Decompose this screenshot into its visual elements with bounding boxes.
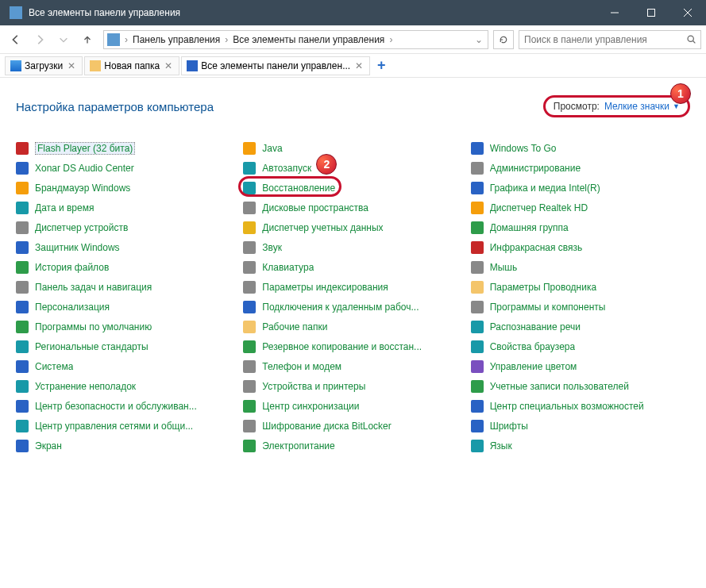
control-panel-item[interactable]: Параметры индексирования xyxy=(243,277,462,297)
item-link[interactable]: Резервное копирование и восстан... xyxy=(262,341,422,352)
item-link[interactable]: Телефон и модем xyxy=(262,361,341,372)
control-panel-item[interactable]: Дисковые пространства xyxy=(243,198,462,217)
item-link[interactable]: Электропитание xyxy=(262,440,334,452)
item-link[interactable]: Диспетчер учетных данных xyxy=(262,222,383,233)
control-panel-item[interactable]: Диспетчер Realtek HD xyxy=(471,198,690,217)
chevron-down-icon[interactable]: ⌄ xyxy=(470,34,488,45)
control-panel-item[interactable]: Экран xyxy=(16,436,235,455)
control-panel-item[interactable]: Java xyxy=(243,138,462,158)
control-panel-item[interactable]: Автозапуск xyxy=(243,158,462,178)
search-icon[interactable] xyxy=(681,34,700,44)
item-link[interactable]: Центр синхронизации xyxy=(262,401,359,412)
maximize-button[interactable] xyxy=(633,0,669,25)
item-link[interactable]: Центр специальных возможностей xyxy=(490,401,644,412)
item-link[interactable]: Диспетчер устройств xyxy=(35,222,128,233)
control-panel-item[interactable]: Персонализация xyxy=(16,297,235,317)
control-panel-item[interactable]: Параметры Проводника xyxy=(471,277,690,297)
item-link[interactable]: Программы по умолчанию xyxy=(35,321,152,332)
control-panel-item[interactable]: Устранение неполадок xyxy=(16,376,235,396)
item-link[interactable]: Язык xyxy=(490,440,512,452)
control-panel-item[interactable]: Подключения к удаленным рабоч... xyxy=(243,297,462,317)
item-link[interactable]: Подключения к удаленным рабоч... xyxy=(262,302,419,313)
item-link[interactable]: Свойства браузера xyxy=(490,341,576,352)
item-link[interactable]: Параметры Проводника xyxy=(490,282,596,293)
item-link[interactable]: Параметры индексирования xyxy=(262,282,388,293)
control-panel-item[interactable]: Резервное копирование и восстан... xyxy=(243,336,462,356)
item-link[interactable]: Восстановление xyxy=(262,183,335,194)
control-panel-item[interactable]: Центр безопасности и обслуживан... xyxy=(16,396,235,416)
add-tab-button[interactable]: + xyxy=(372,56,391,75)
item-link[interactable]: Клавиатура xyxy=(262,262,314,273)
control-panel-item[interactable]: Клавиатура xyxy=(243,257,462,277)
control-panel-item[interactable]: Диспетчер учетных данных xyxy=(243,217,462,237)
control-panel-item[interactable]: Язык xyxy=(471,436,690,455)
item-link[interactable]: Windows To Go xyxy=(490,143,557,154)
recent-button[interactable] xyxy=(52,29,75,51)
item-link[interactable]: Дисковые пространства xyxy=(262,202,368,213)
item-link[interactable]: Flash Player (32 бита) xyxy=(35,142,135,155)
control-panel-item[interactable]: Windows To Go xyxy=(471,138,690,158)
control-panel-item[interactable]: Домашняя группа xyxy=(471,217,690,237)
control-panel-item[interactable]: Шрифты xyxy=(471,416,690,436)
control-panel-item[interactable]: Мышь xyxy=(471,257,690,277)
control-panel-item[interactable]: Дата и время xyxy=(16,198,235,217)
control-panel-item[interactable]: Xonar DS Audio Center xyxy=(16,158,235,178)
item-link[interactable]: Звук xyxy=(262,242,282,253)
item-link[interactable]: Устройства и принтеры xyxy=(262,381,365,392)
view-by-selector[interactable]: Просмотр: Мелкие значки ▼ 1 xyxy=(543,95,690,117)
item-link[interactable]: Xonar DS Audio Center xyxy=(35,163,134,174)
minimize-button[interactable] xyxy=(596,0,633,25)
tab[interactable]: Новая папка✕ xyxy=(84,56,179,75)
control-panel-item[interactable]: Шифрование диска BitLocker xyxy=(243,416,462,436)
control-panel-item[interactable]: Учетные записи пользователей xyxy=(471,376,690,396)
tab-close-icon[interactable]: ✕ xyxy=(66,60,77,71)
control-panel-item[interactable]: Управление цветом xyxy=(471,356,690,376)
control-panel-item[interactable]: Брандмауэр Windows xyxy=(16,178,235,198)
item-link[interactable]: Региональные стандарты xyxy=(35,341,149,352)
item-link[interactable]: Мышь xyxy=(490,262,518,273)
control-panel-item[interactable]: Система xyxy=(16,356,235,376)
control-panel-item[interactable]: Звук xyxy=(243,237,462,257)
control-panel-item[interactable]: Программы и компоненты xyxy=(471,297,690,317)
item-link[interactable]: Рабочие папки xyxy=(262,321,327,332)
item-link[interactable]: Шрифты xyxy=(490,421,528,432)
item-link[interactable]: Автозапуск xyxy=(262,163,311,174)
item-link[interactable]: Персонализация xyxy=(35,302,110,313)
item-link[interactable]: Java xyxy=(262,143,282,154)
search-input[interactable] xyxy=(519,34,681,45)
item-link[interactable]: Программы и компоненты xyxy=(490,302,606,313)
up-button[interactable] xyxy=(76,29,98,51)
address-bar[interactable]: › Панель управления › Все элементы панел… xyxy=(103,30,488,49)
breadcrumb-current[interactable]: Все элементы панели управления xyxy=(230,34,388,45)
control-panel-item[interactable]: История файлов xyxy=(16,257,235,277)
control-panel-item[interactable]: Панель задач и навигация xyxy=(16,277,235,297)
control-panel-item[interactable]: Инфракрасная связь xyxy=(471,237,690,257)
control-panel-item[interactable]: Центр синхронизации xyxy=(243,396,462,416)
control-panel-item[interactable]: Устройства и принтеры xyxy=(243,376,462,396)
forward-button[interactable] xyxy=(29,29,51,51)
item-link[interactable]: Распознавание речи xyxy=(490,321,581,332)
item-link[interactable]: Центр безопасности и обслуживан... xyxy=(35,401,197,412)
item-link[interactable]: Защитник Windows xyxy=(35,242,120,253)
refresh-button[interactable] xyxy=(493,30,514,49)
close-button[interactable] xyxy=(669,0,706,25)
item-link[interactable]: Диспетчер Realtek HD xyxy=(490,202,588,213)
item-link[interactable]: Устранение неполадок xyxy=(35,381,136,392)
back-button[interactable] xyxy=(5,29,27,51)
item-link[interactable]: Панель задач и навигация xyxy=(35,282,152,293)
item-link[interactable]: Домашняя группа xyxy=(490,222,569,233)
control-panel-item[interactable]: Центр специальных возможностей xyxy=(471,396,690,416)
item-link[interactable]: Брандмауэр Windows xyxy=(35,183,130,194)
item-link[interactable]: Система xyxy=(35,361,73,372)
item-link[interactable]: Графика и медиа Intel(R) xyxy=(490,183,600,194)
search-box[interactable] xyxy=(519,30,701,49)
control-panel-item[interactable]: Flash Player (32 бита) xyxy=(16,138,235,158)
control-panel-item[interactable]: Региональные стандарты xyxy=(16,336,235,356)
control-panel-item[interactable]: Восстановление2 xyxy=(243,178,462,198)
tab[interactable]: Загрузки✕ xyxy=(5,56,83,75)
control-panel-item[interactable]: Рабочие папки xyxy=(243,317,462,336)
tab[interactable]: Все элементы панели управлен...✕ xyxy=(181,56,370,75)
item-link[interactable]: Экран xyxy=(35,440,62,452)
control-panel-item[interactable]: Телефон и модем xyxy=(243,356,462,376)
breadcrumb-root[interactable]: Панель управления xyxy=(129,34,223,45)
